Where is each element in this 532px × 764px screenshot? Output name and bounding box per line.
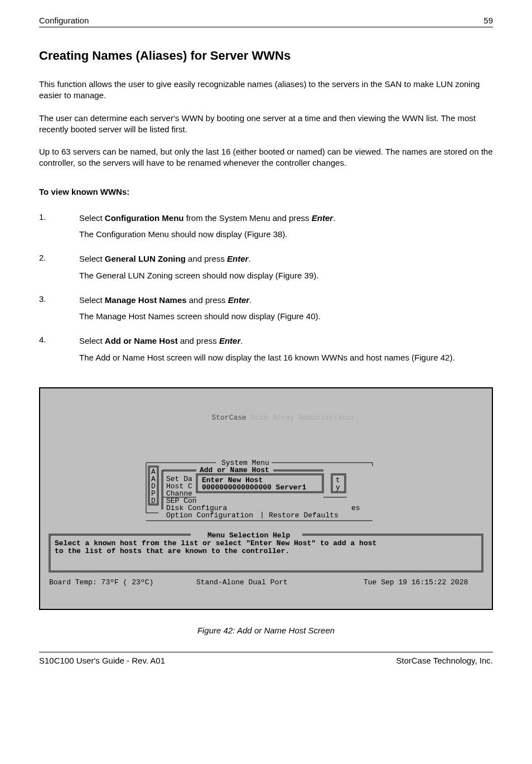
- step-note: The General LUN Zoning screen should now…: [79, 270, 493, 282]
- step-key: Enter: [219, 336, 240, 345]
- svg-text:y: y: [336, 483, 340, 492]
- terminal-title-light: Disk Array Administrator: [246, 414, 355, 422]
- figure-42: StorCase Disk Array Administrator .mono …: [39, 387, 493, 635]
- step-note: The Add or Name Host screen will now dis…: [79, 352, 493, 364]
- step-text: Select: [79, 295, 105, 305]
- terminal-title-dark: StorCase: [211, 414, 246, 422]
- wwn-entry: 0000000000000000 Server1: [202, 483, 306, 492]
- footer-right: StorCase Technology, Inc.: [396, 656, 493, 665]
- step-note: The Configuration Menu should now displa…: [79, 228, 493, 241]
- help-text-line1: Select a known host from the list or sel…: [55, 539, 376, 547]
- svg-text:Option Configuration: Option Configuration: [166, 511, 253, 520]
- subsection-heading: To view known WWNs:: [39, 187, 493, 196]
- step-note: The Manage Host Names screen should now …: [79, 310, 493, 323]
- step-number: 1.: [39, 212, 79, 246]
- step-text: and press: [187, 295, 228, 305]
- step-2: 2. Select General LUN Zoning and press E…: [39, 253, 493, 286]
- terminal-body: .mono { font-family: "Courier New", mono…: [46, 455, 486, 592]
- step-text: .: [249, 295, 252, 305]
- svg-text:es: es: [351, 504, 360, 512]
- step-text: Select: [79, 336, 105, 345]
- section-title: Creating Names (Aliases) for Server WWNs: [39, 49, 493, 63]
- header-page-number: 59: [483, 16, 493, 25]
- paragraph-2: The user can determine each server's WWN…: [39, 113, 493, 136]
- terminal-screenshot: StorCase Disk Array Administrator .mono …: [39, 387, 493, 610]
- step-text: and press: [178, 336, 219, 345]
- footer-left: S10C100 User's Guide - Rev. A01: [39, 656, 165, 665]
- header-rule: [39, 27, 493, 27]
- step-3: 3. Select Manage Host Names and press En…: [39, 294, 493, 328]
- step-text: Select: [79, 213, 105, 223]
- svg-text:D: D: [151, 497, 156, 505]
- step-bold: Configuration Menu: [105, 213, 184, 223]
- step-bold: General LUN Zoning: [105, 254, 186, 263]
- step-bold: Add or Name Host: [105, 336, 178, 345]
- step-text: .: [248, 254, 250, 263]
- step-key: Enter: [228, 295, 249, 305]
- step-number: 2.: [39, 253, 79, 286]
- add-or-name-host-label: Add or Name Host: [200, 466, 269, 474]
- restore-defaults-option: Restore Defaults: [269, 511, 338, 520]
- menu-selection-help-label: Menu Selection Help: [207, 531, 290, 540]
- figure-caption: Figure 42: Add or Name Host Screen: [39, 626, 493, 635]
- status-temp: Board Temp: 73ºF ( 23ºC): [49, 578, 153, 587]
- step-text: Select: [79, 254, 105, 263]
- status-clock: Tue Sep 19 16:15:22 2028: [364, 578, 468, 587]
- paragraph-3: Up to 63 servers can be named, but only …: [39, 146, 493, 169]
- steps-list: 1. Select Configuration Menu from the Sy…: [39, 212, 493, 368]
- step-number: 3.: [39, 294, 79, 328]
- step-bold: Manage Host Names: [105, 295, 187, 305]
- header-left: Configuration: [39, 16, 89, 25]
- step-4: 4. Select Add or Name Host and press Ent…: [39, 335, 493, 368]
- status-mode: Stand-Alone Dual Port: [196, 578, 288, 587]
- step-text: .: [240, 336, 243, 345]
- step-key: Enter: [227, 254, 248, 263]
- step-number: 4.: [39, 335, 79, 368]
- step-key: Enter: [312, 213, 333, 223]
- step-text: from the System Menu and press: [184, 213, 312, 223]
- step-1: 1. Select Configuration Menu from the Sy…: [39, 212, 493, 246]
- help-text-line2: to the list of hosts that are known to t…: [55, 547, 289, 555]
- footer-rule: [39, 652, 493, 652]
- paragraph-1: This function allows the user to give ea…: [39, 79, 493, 102]
- step-text: .: [333, 213, 335, 223]
- step-text: and press: [186, 254, 227, 263]
